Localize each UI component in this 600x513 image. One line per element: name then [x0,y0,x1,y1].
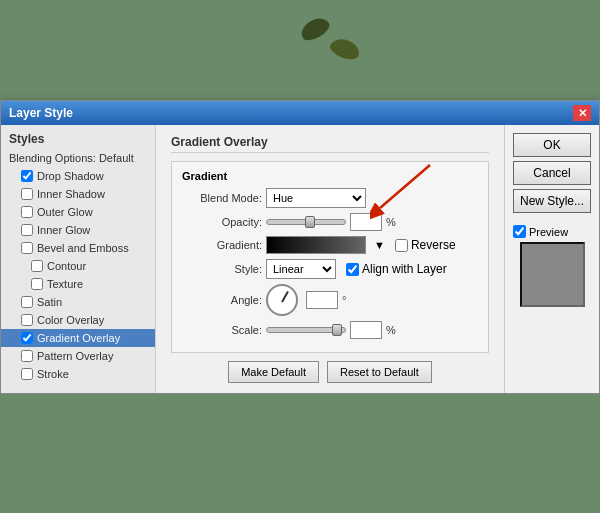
blend-mode-row: Blend Mode: Hue Normal Multiply Screen O… [182,188,478,208]
angle-dial[interactable] [266,284,298,316]
inner-shadow-checkbox[interactable] [21,188,33,200]
angle-row: Angle: 30 ° [182,284,478,316]
opacity-label: Opacity: [182,216,262,228]
opacity-unit: % [386,216,396,228]
sidebar-item-texture[interactable]: Texture [1,275,155,293]
right-panel: OK Cancel New Style... Preview [504,125,599,393]
style-select[interactable]: Linear Radial Angle Reflected Diamond [266,259,336,279]
preview-label-row: Preview [513,225,591,238]
opacity-row: Opacity: 75 % [182,213,478,231]
sidebar-item-drop-shadow[interactable]: Drop Shadow [1,167,155,185]
sidebar-item-inner-shadow[interactable]: Inner Shadow [1,185,155,203]
inner-glow-checkbox[interactable] [21,224,33,236]
dialog-title: Layer Style [9,106,73,120]
stroke-checkbox[interactable] [21,368,33,380]
drop-shadow-label: Drop Shadow [37,170,104,182]
scale-thumb[interactable] [332,324,342,336]
blending-options-label: Blending Options: Default [9,152,134,164]
default-buttons-row: Make Default Reset to Default [171,361,489,383]
opacity-thumb[interactable] [305,216,315,228]
leaf-decoration-2 [328,35,362,62]
scale-input[interactable]: 100 [350,321,382,339]
leaf-decoration-1 [298,14,333,45]
align-layer-checkbox[interactable] [346,263,359,276]
opacity-slider[interactable] [266,219,346,225]
align-layer-row: Align with Layer [346,262,447,276]
gradient-sub-section: Gradient Blend Mode: Hue Normal Multiply… [171,161,489,353]
gradient-dropdown-arrow[interactable]: ▼ [374,239,385,251]
sidebar-item-satin[interactable]: Satin [1,293,155,311]
sidebar-item-stroke[interactable]: Stroke [1,365,155,383]
title-bar: Layer Style ✕ [1,101,599,125]
sidebar-item-color-overlay[interactable]: Color Overlay [1,311,155,329]
preview-box [520,242,585,307]
satin-checkbox[interactable] [21,296,33,308]
preview-section: Preview [513,225,591,311]
blend-mode-select[interactable]: Hue Normal Multiply Screen Overlay [266,188,366,208]
gradient-overlay-checkbox[interactable] [21,332,33,344]
color-overlay-checkbox[interactable] [21,314,33,326]
dialog-body: Styles Blending Options: Default Drop Sh… [1,125,599,393]
styles-header: Styles [1,129,155,149]
sidebar-item-inner-glow[interactable]: Inner Glow [1,221,155,239]
reverse-label: Reverse [411,238,456,252]
pattern-overlay-label: Pattern Overlay [37,350,113,362]
reset-to-default-button[interactable]: Reset to Default [327,361,432,383]
outer-glow-checkbox[interactable] [21,206,33,218]
scale-row: Scale: 100 % [182,321,478,339]
dialog-wrapper: Layer Style ✕ Styles Blending Options: D… [0,100,600,394]
gradient-sub-title: Gradient [182,170,478,182]
new-style-button[interactable]: New Style... [513,189,591,213]
bevel-emboss-checkbox[interactable] [21,242,33,254]
gradient-row: Gradient: ▼ Reverse [182,236,478,254]
scale-label: Scale: [182,324,262,336]
blend-mode-label: Blend Mode: [182,192,262,204]
sidebar-item-pattern-overlay[interactable]: Pattern Overlay [1,347,155,365]
style-label: Style: [182,263,262,275]
preview-checkbox[interactable] [513,225,526,238]
make-default-button[interactable]: Make Default [228,361,319,383]
angle-unit: ° [342,294,346,306]
sidebar-item-bevel-emboss[interactable]: Bevel and Emboss [1,239,155,257]
scale-unit: % [386,324,396,336]
outer-glow-label: Outer Glow [37,206,93,218]
reverse-row: Reverse [395,238,456,252]
inner-shadow-label: Inner Shadow [37,188,105,200]
drop-shadow-checkbox[interactable] [21,170,33,182]
stroke-label: Stroke [37,368,69,380]
pattern-overlay-checkbox[interactable] [21,350,33,362]
main-panel: Gradient Overlay Gradient Blend Mode: Hu… [156,125,504,393]
style-row: Style: Linear Radial Angle Reflected Dia… [182,259,478,279]
gradient-overlay-label: Gradient Overlay [37,332,120,344]
contour-label: Contour [47,260,86,272]
color-overlay-label: Color Overlay [37,314,104,326]
sidebar-item-outer-glow[interactable]: Outer Glow [1,203,155,221]
satin-label: Satin [37,296,62,308]
left-panel: Styles Blending Options: Default Drop Sh… [1,125,156,393]
texture-label: Texture [47,278,83,290]
sidebar-item-contour[interactable]: Contour [1,257,155,275]
sidebar-item-blending-options[interactable]: Blending Options: Default [1,149,155,167]
contour-checkbox[interactable] [31,260,43,272]
gradient-preview[interactable] [266,236,366,254]
close-button[interactable]: ✕ [573,105,591,121]
preview-label: Preview [529,226,568,238]
texture-checkbox[interactable] [31,278,43,290]
align-layer-label: Align with Layer [362,262,447,276]
cancel-button[interactable]: Cancel [513,161,591,185]
sidebar-item-gradient-overlay[interactable]: Gradient Overlay [1,329,155,347]
angle-input[interactable]: 30 [306,291,338,309]
bevel-emboss-label: Bevel and Emboss [37,242,129,254]
angle-label: Angle: [182,294,262,306]
layer-style-dialog: Layer Style ✕ Styles Blending Options: D… [0,100,600,394]
ok-button[interactable]: OK [513,133,591,157]
canvas-area [0,0,600,100]
reverse-checkbox[interactable] [395,239,408,252]
scale-slider[interactable] [266,327,346,333]
gradient-label: Gradient: [182,239,262,251]
section-title: Gradient Overlay [171,135,489,153]
inner-glow-label: Inner Glow [37,224,90,236]
opacity-input[interactable]: 75 [350,213,382,231]
